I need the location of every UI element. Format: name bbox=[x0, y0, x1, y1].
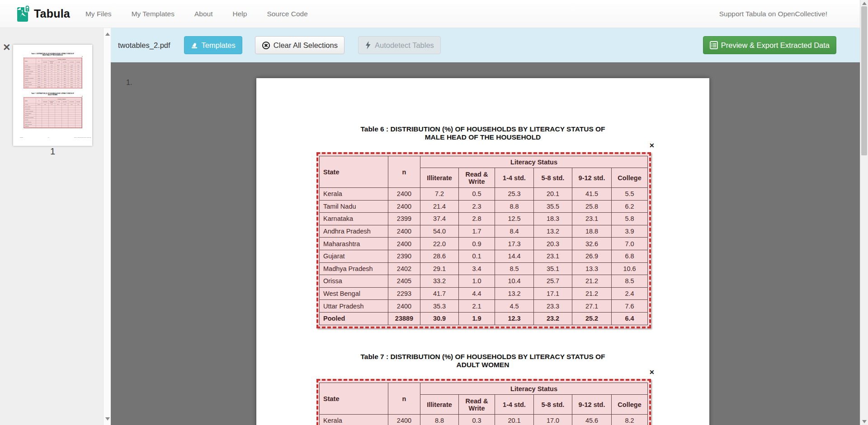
window-scrollbar-thumb[interactable] bbox=[861, 6, 867, 155]
tabula-logo-icon[interactable] bbox=[17, 5, 30, 23]
sidebar-scroll-down-icon[interactable] bbox=[105, 417, 110, 420]
nav-item-about[interactable]: About bbox=[194, 10, 213, 18]
thumb-table-selection-box-1 bbox=[24, 58, 82, 89]
thumb-pdf-page: Table 6 : DISTRIBUTION (%) OF HOUSEHOLDS… bbox=[13, 45, 92, 145]
clear-all-selections-button[interactable]: Clear All Selections bbox=[255, 36, 344, 54]
selection-close-icon-1[interactable]: ✕ bbox=[649, 142, 655, 149]
pdf-page[interactable]: Table 6 : DISTRIBUTION (%) OF HOUSEHOLDS… bbox=[256, 78, 709, 425]
thumb-table-selection-box-2 bbox=[24, 97, 82, 128]
autodetect-tables-label: Autodetect Tables bbox=[375, 41, 434, 50]
thumb-pdf-table-title: Table 7 : DISTRIBUTION (%) OF HOUSEHOLDS… bbox=[13, 93, 92, 95]
window-scroll-down-icon[interactable] bbox=[862, 420, 867, 423]
preview-export-button[interactable]: Preview & Export Extracted Data bbox=[703, 36, 836, 54]
preview-export-label: Preview & Export Extracted Data bbox=[721, 41, 830, 50]
sidebar-scrollbar[interactable] bbox=[103, 28, 111, 425]
thumb-pdf-page-footer: NNMB16Rural - Third Repeat Survey 2011-1… bbox=[20, 137, 91, 138]
remove-circle-icon bbox=[262, 41, 270, 50]
open-file-name: twotables_2.pdf bbox=[118, 41, 170, 50]
templates-icon bbox=[191, 42, 198, 49]
templates-button-label: Templates bbox=[202, 41, 236, 50]
document-toolbar: twotables_2.pdf Templates Clear All Sele… bbox=[111, 28, 860, 62]
page-thumbnails-sidebar: ✕ Table 6 : DISTRIBUTION (%) OF HOUSEHOL… bbox=[0, 28, 111, 425]
clear-all-selections-label: Clear All Selections bbox=[274, 41, 338, 50]
pdf-table-title: Table 6 : DISTRIBUTION (%) OF HOUSEHOLDS… bbox=[256, 125, 709, 141]
thumb-selection-close-icon-1: ✕ bbox=[82, 56, 83, 57]
window-scrollbar[interactable] bbox=[860, 0, 868, 425]
nav-item-my-files[interactable]: My Files bbox=[85, 10, 112, 18]
pdf-table-title: Table 7 : DISTRIBUTION (%) OF HOUSEHOLDS… bbox=[256, 353, 709, 369]
top-navbar: Tabula My Files My Templates About Help … bbox=[0, 0, 860, 28]
page-ordinal-label: 1. bbox=[126, 79, 132, 87]
table-selection-box-1[interactable] bbox=[316, 152, 651, 328]
thumb-selection-close-icon-2: ✕ bbox=[82, 95, 83, 96]
list-alt-icon bbox=[710, 41, 718, 49]
page-thumbnail[interactable]: Table 6 : DISTRIBUTION (%) OF HOUSEHOLDS… bbox=[13, 45, 92, 146]
sidebar-scroll-up-icon[interactable] bbox=[105, 33, 110, 36]
templates-button[interactable]: Templates bbox=[184, 36, 242, 54]
brand-title[interactable]: Tabula bbox=[34, 7, 70, 20]
flash-bolt-icon bbox=[365, 41, 372, 49]
selection-close-icon-2[interactable]: ✕ bbox=[649, 369, 655, 375]
remove-page-button[interactable]: ✕ bbox=[3, 42, 11, 52]
nav-links: My Files My Templates About Help Source … bbox=[85, 10, 328, 18]
table-selection-box-2[interactable] bbox=[316, 379, 651, 425]
nav-item-my-templates[interactable]: My Templates bbox=[132, 10, 175, 18]
nav-item-source-code[interactable]: Source Code bbox=[267, 10, 307, 18]
support-tabula-link[interactable]: Support Tabula on OpenCollective! bbox=[719, 10, 827, 18]
pdf-viewer-area: 1. Table 6 : DISTRIBUTION (%) OF HOUSEHO… bbox=[111, 62, 860, 425]
autodetect-tables-button[interactable]: Autodetect Tables bbox=[358, 36, 441, 54]
nav-item-help[interactable]: Help bbox=[232, 10, 247, 18]
thumbnail-page-number: 1 bbox=[13, 146, 92, 157]
window-scroll-up-icon[interactable] bbox=[862, 2, 867, 5]
thumb-pdf-table-title: Table 6 : DISTRIBUTION (%) OF HOUSEHOLDS… bbox=[13, 53, 92, 56]
